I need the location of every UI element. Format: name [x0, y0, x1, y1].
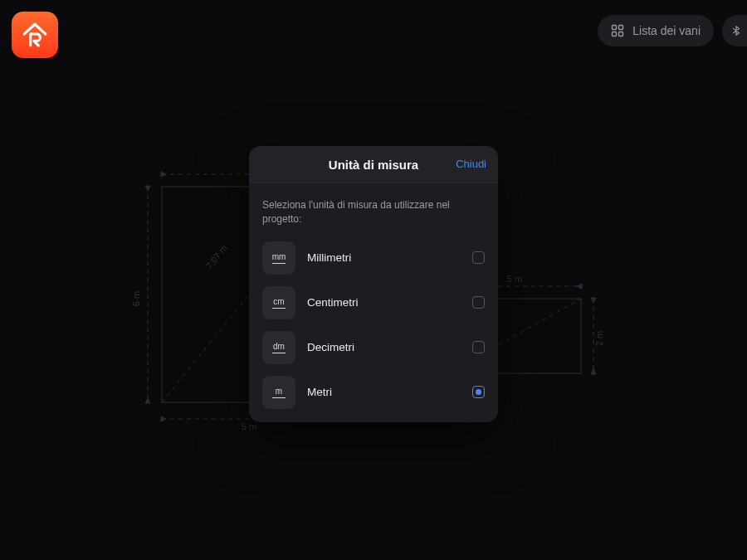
- room1-height-label: 6 m: [131, 291, 141, 306]
- unit-options-list: mmMillimetricmCentimetridmDecimetrimMetr…: [262, 241, 485, 409]
- unit-checkbox[interactable]: [472, 341, 485, 353]
- unit-option-m[interactable]: mMetri: [262, 376, 485, 409]
- unit-checkbox[interactable]: [472, 251, 485, 264]
- unit-checkbox[interactable]: [472, 296, 485, 309]
- underline-icon: [272, 353, 286, 353]
- unit-label: Decimetri: [307, 341, 461, 353]
- bluetooth-icon: [730, 24, 742, 37]
- unit-abbr: m: [276, 387, 282, 396]
- unit-label: Centimetri: [307, 296, 461, 309]
- svg-rect-0: [613, 26, 617, 30]
- unit-checkbox[interactable]: [472, 386, 485, 398]
- rooms-list-label: Lista dei vani: [632, 24, 701, 37]
- unit-icon-dm: dm: [262, 331, 295, 364]
- unit-option-mm[interactable]: mmMillimetri: [262, 241, 485, 275]
- unit-icon-cm: cm: [262, 286, 295, 319]
- unit-icon-mm: mm: [262, 241, 295, 275]
- unit-label: Metri: [307, 386, 461, 398]
- unit-modal: Unità di misura Chiudi Seleziona l'unità…: [249, 146, 498, 422]
- underline-icon: [272, 263, 286, 264]
- unit-abbr: dm: [273, 342, 285, 351]
- close-button[interactable]: Chiudi: [456, 158, 486, 170]
- unit-abbr: cm: [273, 297, 284, 306]
- unit-icon-m: m: [262, 376, 295, 409]
- rooms-list-button[interactable]: Lista dei vani: [598, 15, 714, 46]
- app-logo[interactable]: [12, 12, 58, 58]
- unit-option-cm[interactable]: cmCentimetri: [262, 286, 485, 319]
- modal-body: Seleziona l'unità di misura da utilizzar…: [249, 183, 498, 422]
- underline-icon: [272, 308, 286, 309]
- svg-rect-1: [619, 26, 623, 30]
- unit-label: Millimetri: [307, 251, 461, 264]
- unit-abbr: mm: [272, 252, 286, 261]
- modal-hint: Seleziona l'unità di misura da utilizzar…: [262, 198, 485, 226]
- svg-rect-2: [613, 32, 617, 37]
- room2-height-label: 2 m: [594, 331, 604, 346]
- room1-diag-label: 7,07 m: [204, 243, 229, 271]
- grid-icon: [611, 24, 624, 37]
- unit-option-dm[interactable]: dmDecimetri: [262, 331, 485, 364]
- modal-header: Unità di misura Chiudi: [249, 146, 498, 183]
- svg-rect-3: [619, 32, 623, 37]
- room1-width-bottom-label: 5 m: [242, 421, 256, 431]
- underline-icon: [272, 397, 286, 398]
- room2-width-label: 5 m: [507, 274, 522, 284]
- modal-title: Unità di misura: [262, 158, 485, 172]
- topbar: Lista dei vani: [598, 15, 747, 46]
- bluetooth-button[interactable]: [722, 15, 747, 46]
- house-r-icon: [21, 21, 49, 49]
